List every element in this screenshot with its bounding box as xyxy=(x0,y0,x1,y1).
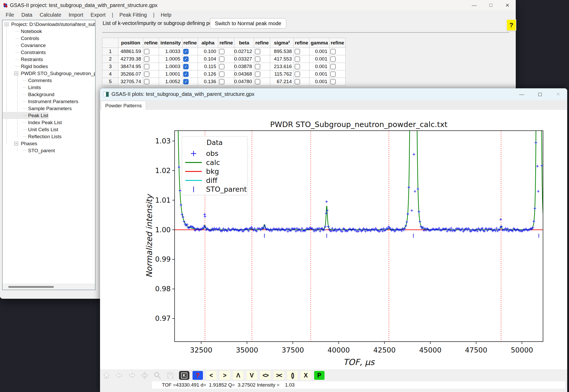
value-cell[interactable]: 1.0005 xyxy=(159,55,182,63)
refine-checkbox[interactable]: ✓ xyxy=(183,71,189,77)
zoom-icon[interactable] xyxy=(154,371,161,379)
previous-pattern-button[interactable]: < xyxy=(206,371,216,380)
tree-item-restraints[interactable]: Restraints xyxy=(3,56,95,63)
value-cell[interactable]: 1.0003 xyxy=(159,63,182,70)
refine-checkbox[interactable] xyxy=(295,49,300,54)
value-cell[interactable]: 0.001 xyxy=(309,48,329,55)
tree-item-constraints[interactable]: Constraints xyxy=(3,49,95,56)
legend[interactable]: DataobscalcbkgdiffSTO_parent xyxy=(182,136,247,195)
refine-checkbox[interactable] xyxy=(144,71,149,77)
value-cell[interactable]: 0.115 xyxy=(198,63,218,70)
value-cell[interactable]: 0.100 xyxy=(198,48,218,55)
tree-collapse-icon[interactable]: − xyxy=(14,142,18,145)
tree-item-sto-parent[interactable]: STO_parent xyxy=(3,147,95,154)
value-cell[interactable]: 35266.07 xyxy=(118,70,143,78)
refine-checkbox[interactable] xyxy=(219,64,224,69)
refine-checkbox[interactable] xyxy=(330,79,336,84)
tree-item-rigid-bodies[interactable]: Rigid bodies xyxy=(3,63,95,70)
plot-close-button[interactable]: ✕ xyxy=(549,88,567,100)
menu-item-file[interactable]: File xyxy=(2,12,18,18)
refine-checkbox[interactable] xyxy=(219,49,224,54)
refine-checkbox[interactable] xyxy=(255,49,260,54)
refine-checkbox[interactable] xyxy=(330,49,336,54)
menu-item-calculate[interactable]: Calculate xyxy=(36,12,65,18)
refine-checkbox[interactable] xyxy=(219,56,224,62)
value-cell[interactable]: 48861.59 xyxy=(118,48,143,55)
value-cell[interactable]: 67.214 xyxy=(270,78,294,85)
offset-down-button[interactable]: V xyxy=(247,371,257,380)
menu-item-help[interactable]: Help xyxy=(157,12,175,18)
forward-icon[interactable] xyxy=(128,371,136,379)
tree-item-controls[interactable]: Controls xyxy=(3,35,95,42)
refine-checkbox[interactable]: ✓ xyxy=(183,79,189,84)
tree-item-comments[interactable]: Comments xyxy=(3,77,95,84)
key-press-button[interactable]: K xyxy=(179,371,189,380)
refine-checkbox[interactable] xyxy=(255,56,260,62)
tree-item-reflection-lists[interactable]: Reflection Lists xyxy=(3,133,95,140)
help-button[interactable]: ? xyxy=(193,371,203,380)
tree-hscrollbar[interactable] xyxy=(3,284,95,290)
next-pattern-button[interactable]: > xyxy=(220,371,230,380)
minimize-button[interactable]: — xyxy=(466,0,482,10)
plot-canvas[interactable]: PWDR STO_Subgroup_neutron_powder_calc.tx… xyxy=(100,110,567,370)
value-cell[interactable]: 0.02712 xyxy=(234,48,254,55)
value-cell[interactable]: 42739.38 xyxy=(118,55,143,63)
save-icon[interactable] xyxy=(166,371,174,379)
project-tree[interactable]: −Project: D:\Downloads\tutorial\test_sub… xyxy=(2,20,96,290)
refine-checkbox[interactable] xyxy=(144,64,149,69)
peaks-button[interactable]: P xyxy=(314,371,325,380)
compress-x-button[interactable]: >< xyxy=(274,371,284,380)
refine-checkbox[interactable] xyxy=(255,79,260,84)
context-help-button[interactable]: ? xyxy=(506,19,516,31)
value-cell[interactable]: 213.616 xyxy=(270,63,294,70)
value-cell[interactable]: 0.126 xyxy=(198,70,218,78)
refine-checkbox[interactable] xyxy=(330,64,336,69)
tree-collapse-icon[interactable]: − xyxy=(14,71,18,75)
value-cell[interactable]: 0.03327 xyxy=(234,55,254,63)
menu-item-import[interactable]: Import xyxy=(65,12,87,18)
value-cell[interactable]: 1.0052 xyxy=(159,78,182,85)
main-titlebar[interactable]: GSAS-II project: test_subgroup_data_with… xyxy=(0,0,516,10)
value-cell[interactable]: 0.104 xyxy=(198,55,218,63)
refine-checkbox[interactable] xyxy=(144,56,149,62)
value-cell[interactable]: 1.0001 xyxy=(159,70,182,78)
tree-item-limits[interactable]: Limits xyxy=(3,84,95,91)
tree-item-project-d-downloads-tutorial-t[interactable]: −Project: D:\Downloads\tutorial\test_sub… xyxy=(3,21,95,28)
refine-checkbox[interactable] xyxy=(219,79,224,84)
pan-icon[interactable] xyxy=(141,371,149,379)
menu-item-data[interactable]: Data xyxy=(18,12,36,18)
tree-item-instrument-parameters[interactable]: Instrument Parameters xyxy=(3,98,95,105)
back-icon[interactable] xyxy=(115,371,123,379)
refine-checkbox[interactable] xyxy=(295,71,300,77)
plot-minimize-button[interactable]: — xyxy=(513,88,531,100)
value-cell[interactable]: 0.04368 xyxy=(234,70,254,78)
value-cell[interactable]: 0.001 xyxy=(309,70,329,78)
scrollbar-thumb[interactable] xyxy=(8,286,54,288)
value-cell[interactable]: 417.553 xyxy=(270,55,294,63)
tree-item-pwdr-sto-subgroup-neutron-powd[interactable]: −PWDR STO_Subgroup_neutron_powd xyxy=(3,70,95,77)
value-cell[interactable]: 0.03878 xyxy=(234,63,254,70)
value-cell[interactable]: 0.001 xyxy=(309,78,329,85)
home-icon[interactable] xyxy=(103,371,110,379)
refine-checkbox[interactable]: ✓ xyxy=(183,56,189,62)
tree-item-covariance[interactable]: Covariance xyxy=(3,42,95,49)
refine-checkbox[interactable] xyxy=(219,71,224,77)
value-cell[interactable]: 32705.74 xyxy=(118,78,143,85)
refine-checkbox[interactable] xyxy=(330,71,336,77)
refine-checkbox[interactable]: ✓ xyxy=(183,64,189,69)
expand-y-button[interactable]: () xyxy=(287,371,297,380)
tree-item-index-peak-list[interactable]: Index Peak List xyxy=(3,119,95,126)
value-cell[interactable]: 0.04780 xyxy=(234,78,254,85)
refine-checkbox[interactable] xyxy=(255,64,260,69)
refine-checkbox[interactable] xyxy=(330,56,336,62)
tree-item-unit-cells-list[interactable]: Unit Cells List xyxy=(3,126,95,133)
switch-peak-mode-button[interactable]: Switch to Normal peak mode xyxy=(210,18,286,29)
value-cell[interactable]: 0.136 xyxy=(198,78,218,85)
offset-up-button[interactable]: Λ xyxy=(233,371,243,380)
tab-powder-patterns[interactable]: Powder Patterns xyxy=(101,101,146,110)
plot-titlebar[interactable]: GSAS-II plots: test_subgroup_data_with_p… xyxy=(100,88,567,100)
menu-item-peak-fitting[interactable]: Peak Fitting xyxy=(116,12,151,18)
value-cell[interactable]: 1.0033 xyxy=(159,48,182,55)
refine-checkbox[interactable] xyxy=(255,71,260,77)
value-cell[interactable]: 0.001 xyxy=(309,63,329,70)
